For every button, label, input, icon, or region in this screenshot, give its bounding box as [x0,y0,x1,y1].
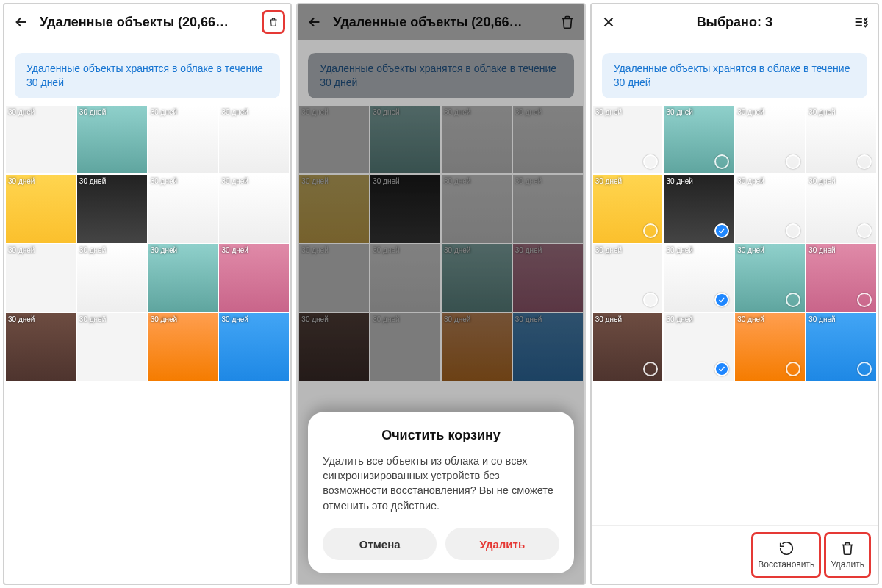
days-badge: 30 дней [808,246,835,254]
thumbnail[interactable]: 30 дней [77,244,147,312]
restore-label: Восстановить [758,559,814,570]
select-ring[interactable] [857,362,872,376]
select-ring[interactable] [857,293,872,307]
info-banner: Удаленные объекты хранятся в облаке в те… [602,53,867,98]
checkmark-icon[interactable] [714,362,729,376]
thumbnail[interactable]: 30 дней [148,244,218,312]
back-icon[interactable] [13,14,29,30]
days-badge: 30 дней [595,246,622,254]
delete-button[interactable]: Удалить [445,528,559,560]
days-badge: 30 дней [151,246,177,254]
checkmark-icon[interactable] [714,223,729,238]
days-badge: 30 дней [737,315,764,323]
days-badge: 30 дней [595,177,622,185]
delete-button[interactable]: Удалить [828,536,867,574]
thumbnail[interactable]: 30 дней [664,175,734,243]
thumbnail[interactable]: 30 дней [148,106,218,173]
days-badge: 30 дней [79,246,106,254]
days-badge: 30 дней [595,315,622,323]
thumbnail[interactable]: 30 дней [148,175,218,243]
thumbnail[interactable]: 30 дней [6,106,76,173]
thumbnail-grid[interactable]: 30 дней30 дней30 дней30 дней30 дней30 дн… [4,106,290,584]
days-badge: 30 дней [221,108,248,116]
thumbnail-grid[interactable]: 30 дней30 дней30 дней30 дней30 дней30 дн… [592,106,878,525]
days-badge: 30 дней [595,108,622,116]
select-ring[interactable] [643,223,658,238]
trash-icon [839,540,856,556]
days-badge: 30 дней [808,315,835,323]
select-ring[interactable] [786,223,800,238]
select-ring[interactable] [786,362,800,376]
thumbnail[interactable]: 30 дней [806,106,876,173]
thumbnail[interactable]: 30 дней [148,313,218,381]
thumbnail[interactable]: 30 дней [806,313,876,381]
cancel-button[interactable]: Отмена [323,528,437,560]
select-ring[interactable] [857,223,872,238]
days-badge: 30 дней [79,108,106,116]
days-badge: 30 дней [151,315,177,323]
screen-deleted-list: Удаленные объекты (20,66… Удаленные объе… [3,3,292,585]
days-badge: 30 дней [666,246,692,254]
thumbnail[interactable]: 30 дней [593,106,663,173]
select-ring[interactable] [857,154,872,169]
thumbnail[interactable]: 30 дней [219,313,289,381]
days-badge: 30 дней [737,246,764,254]
select-ring[interactable] [643,293,658,307]
restore-button[interactable]: Восстановить [755,536,817,574]
thumbnail[interactable]: 30 дней [735,244,805,312]
thumbnail[interactable]: 30 дней [735,175,805,243]
thumbnail[interactable]: 30 дней [664,313,734,381]
thumbnail[interactable]: 30 дней [219,244,289,312]
trash-icon[interactable] [265,14,282,30]
days-badge: 30 дней [808,108,835,116]
days-badge: 30 дней [8,177,35,185]
select-ring[interactable] [643,362,658,376]
days-badge: 30 дней [221,246,248,254]
confirm-dialog: Очистить корзину Удалить все объекты из … [308,412,573,573]
days-badge: 30 дней [151,177,177,185]
thumbnail[interactable]: 30 дней [219,175,289,243]
thumbnail[interactable]: 30 дней [77,313,147,381]
days-badge: 30 дней [808,177,835,185]
days-badge: 30 дней [8,108,35,116]
thumbnail[interactable]: 30 дней [6,313,76,381]
select-ring[interactable] [714,154,729,169]
thumbnail[interactable]: 30 дней [219,106,289,173]
thumbnail[interactable]: 30 дней [806,175,876,243]
selection-count: Выбрано: 3 [627,15,842,30]
thumbnail[interactable]: 30 дней [77,175,147,243]
days-badge: 30 дней [79,315,106,323]
dialog-title: Очистить корзину [323,428,559,443]
info-banner: Удаленные объекты хранятся в облаке в те… [15,53,280,98]
days-badge: 30 дней [151,108,177,116]
thumbnail[interactable]: 30 дней [77,106,147,173]
thumbnail[interactable]: 30 дней [6,244,76,312]
screen-confirm-dialog: Удаленные объекты (20,66… Удаленные объе… [296,3,585,585]
thumbnail[interactable]: 30 дней [593,244,663,312]
days-badge: 30 дней [79,177,106,185]
thumbnail[interactable]: 30 дней [593,175,663,243]
restore-icon [778,540,795,556]
days-badge: 30 дней [666,177,692,185]
thumbnail[interactable]: 30 дней [664,244,734,312]
thumbnail[interactable]: 30 дней [735,106,805,173]
select-ring[interactable] [786,154,800,169]
bottom-action-bar: Восстановить Удалить [592,525,878,584]
thumbnail[interactable]: 30 дней [6,175,76,243]
close-icon[interactable] [600,14,617,30]
days-badge: 30 дней [221,315,248,323]
dialog-body: Удалить все объекты из облака и со всех … [323,453,559,513]
days-badge: 30 дней [666,315,692,323]
thumbnail[interactable]: 30 дней [664,106,734,173]
thumbnail[interactable]: 30 дней [806,244,876,312]
title-bar: Удаленные объекты (20,66… [4,4,290,40]
title-bar: Выбрано: 3 [592,4,878,40]
select-all-icon[interactable] [853,14,869,30]
thumbnail[interactable]: 30 дней [735,313,805,381]
select-ring[interactable] [786,293,800,307]
page-title: Удаленные объекты (20,66… [40,15,255,30]
dialog-actions: Отмена Удалить [323,528,559,560]
checkmark-icon[interactable] [714,293,729,307]
select-ring[interactable] [643,154,658,169]
thumbnail[interactable]: 30 дней [593,313,663,381]
